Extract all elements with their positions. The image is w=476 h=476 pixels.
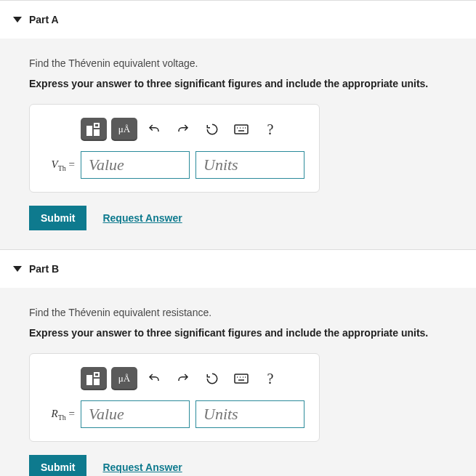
undo-icon[interactable] bbox=[142, 367, 166, 390]
part-b-header[interactable]: Part B bbox=[0, 250, 476, 288]
units-button[interactable]: μÅ bbox=[111, 118, 137, 141]
part-a-body: Find the Thévenin equivalent voltage. Ex… bbox=[0, 39, 476, 249]
redo-icon[interactable] bbox=[171, 367, 195, 390]
units-button[interactable]: μÅ bbox=[111, 367, 137, 390]
value-input[interactable] bbox=[81, 151, 190, 179]
svg-rect-0 bbox=[86, 126, 92, 136]
part-a-answer-card: μÅ ? VTh = bbox=[29, 104, 320, 193]
part-b-variable: RTh = bbox=[39, 408, 75, 421]
redo-icon[interactable] bbox=[171, 118, 195, 141]
units-input[interactable] bbox=[195, 151, 304, 179]
part-b-instruction: Express your answer to three significant… bbox=[29, 327, 476, 339]
svg-rect-3 bbox=[95, 124, 98, 126]
keyboard-icon[interactable] bbox=[229, 118, 254, 141]
chevron-down-icon bbox=[13, 266, 22, 272]
part-a-variable: VTh = bbox=[39, 158, 75, 172]
part-b-section: Part B Find the Thévenin equivalent resi… bbox=[0, 249, 476, 476]
svg-rect-4 bbox=[235, 125, 248, 134]
request-answer-link[interactable]: Request Answer bbox=[102, 461, 182, 473]
template-picker-button[interactable] bbox=[81, 118, 107, 141]
part-b-prompt: Find the Thévenin equivalent resistance. bbox=[29, 307, 476, 318]
part-a-instruction: Express your answer to three significant… bbox=[29, 78, 476, 89]
part-a-buttons: Submit Request Answer bbox=[29, 206, 476, 230]
part-a-header[interactable]: Part A bbox=[0, 1, 476, 39]
svg-rect-10 bbox=[86, 375, 92, 385]
part-a-toolbar: μÅ ? bbox=[81, 118, 310, 141]
help-icon[interactable]: ? bbox=[258, 118, 283, 141]
units-input[interactable] bbox=[195, 400, 304, 428]
help-icon[interactable]: ? bbox=[258, 367, 283, 390]
svg-rect-12 bbox=[94, 379, 100, 385]
part-a-prompt: Find the Thévenin equivalent voltage. bbox=[29, 57, 476, 69]
reset-icon[interactable] bbox=[200, 367, 225, 390]
part-a-section: Part A Find the Thévenin equivalent volt… bbox=[0, 0, 476, 249]
part-a-title: Part A bbox=[29, 14, 59, 25]
part-b-body: Find the Thévenin equivalent resistance.… bbox=[0, 288, 476, 476]
chevron-down-icon bbox=[13, 17, 22, 23]
part-a-answer-row: VTh = bbox=[39, 151, 310, 179]
keyboard-icon[interactable] bbox=[229, 367, 254, 390]
svg-rect-2 bbox=[94, 129, 100, 136]
svg-rect-14 bbox=[235, 374, 248, 383]
part-b-answer-row: RTh = bbox=[39, 400, 310, 428]
request-answer-link[interactable]: Request Answer bbox=[102, 212, 182, 224]
svg-rect-13 bbox=[95, 374, 98, 376]
value-input[interactable] bbox=[81, 400, 190, 428]
submit-button[interactable]: Submit bbox=[29, 206, 86, 230]
reset-icon[interactable] bbox=[200, 118, 225, 141]
part-b-toolbar: μÅ ? bbox=[81, 367, 310, 390]
part-b-title: Part B bbox=[29, 263, 59, 275]
part-b-answer-card: μÅ ? RTh = bbox=[29, 353, 320, 442]
part-b-buttons: Submit Request Answer bbox=[29, 455, 476, 476]
template-picker-button[interactable] bbox=[81, 367, 107, 390]
submit-button[interactable]: Submit bbox=[29, 455, 86, 476]
undo-icon[interactable] bbox=[142, 118, 166, 141]
